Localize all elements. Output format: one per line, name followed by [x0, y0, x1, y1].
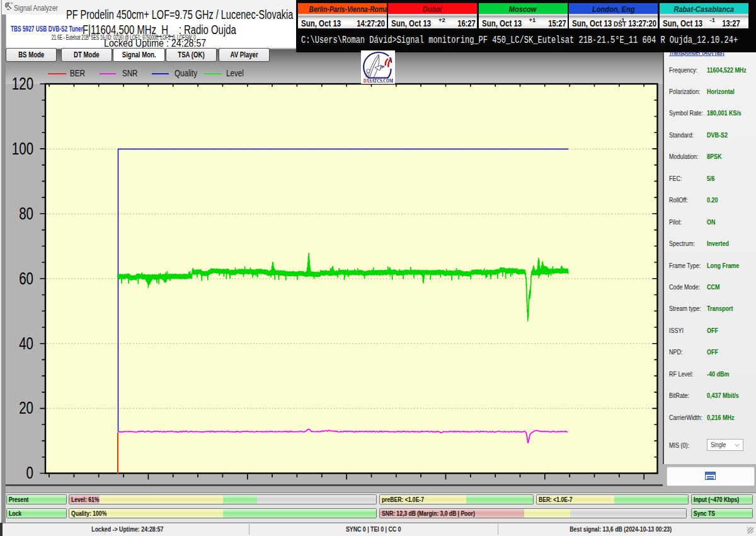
svg-text:DXSATCS.COM: DXSATCS.COM [364, 78, 393, 84]
